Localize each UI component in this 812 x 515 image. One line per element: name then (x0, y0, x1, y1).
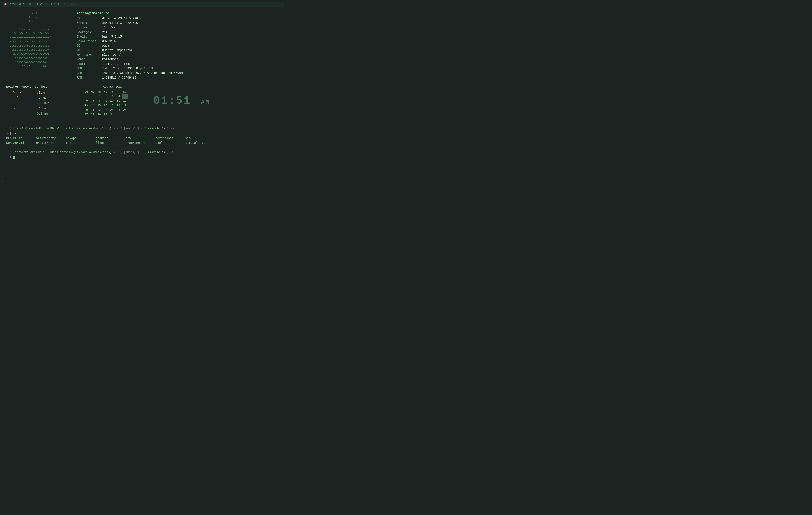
weather-temp: 17 °C (37, 96, 50, 101)
os-value: 64bit macOS 13.5 22G74 (102, 17, 142, 21)
prompt-paren-open-4: ( (144, 151, 146, 154)
cal-week-1: 1 2 3 4 5 (83, 94, 128, 99)
prompt-paren-open-3: ( (9, 151, 11, 154)
prompt-dollar-1: $ (9, 132, 13, 135)
cal-day: 8 (96, 99, 102, 103)
cal-day: 4 (115, 94, 121, 99)
neofetch-user: marslo@iMarsloPro (77, 11, 183, 16)
title-net-icon: 🖥 (29, 3, 31, 6)
prompt-paren-close-1: ) (113, 127, 115, 130)
prompt-dash-4: - (141, 151, 144, 154)
cal-day (83, 94, 89, 99)
prompt-line-1: ╭ ( (marslo@iMarsloPro ~/iMarslo/tools/g… (6, 127, 280, 131)
packages-value: 214 (102, 30, 108, 34)
cal-week-4: 20 21 22 23 24 25 26 (83, 108, 128, 112)
cal-day: 14 (89, 103, 96, 108)
clock-time: 01:51 (153, 94, 191, 107)
shell-label: Shell: (77, 34, 102, 39)
title-bar: ⏰ 8/05, 01:54 🖥 4.1 kB↓ | 2.1 kB↑ | -bas… (2, 2, 284, 7)
clock-period: AM (201, 99, 210, 105)
gpu-value: Intel UHD Graphics 630 / AMD Radeon Pro … (102, 71, 183, 75)
cal-today: 5 (121, 94, 128, 99)
info-wm: WM: Quartz Compositor (77, 48, 183, 53)
cal-day: 26 (121, 108, 128, 112)
cal-day: 31 (109, 112, 115, 117)
prompt-tag-2: [emacs] (124, 151, 136, 154)
cal-day: 3 (109, 94, 115, 99)
info-ram: RAM: 14398MiB / 32768MiB (77, 76, 183, 80)
cal-day (115, 112, 121, 117)
ram-label: RAM: (77, 76, 102, 80)
weather-content: \ / .-. ‒ ( ) ‒ `-' / \ Clear 17 °C ↙ 2 … (6, 90, 75, 116)
cal-header-su: Su (83, 90, 89, 94)
kernel-value: x86_64 Darwin 22.6.0 (102, 21, 138, 25)
uptime-value: 11h 15m (102, 25, 115, 30)
cal-day: 2 (103, 94, 109, 99)
cal-header-sa: Sa (121, 90, 128, 94)
info-os: OS: 64bit macOS 13.5 22G74 (77, 17, 183, 21)
info-cpu: CPU: Intel Core i9-9980HK @ 2.40GHz (77, 66, 183, 71)
cal-header-mo: Mo (89, 90, 96, 94)
de-label: DE: (77, 44, 102, 48)
title-sep2: | (64, 3, 65, 6)
cal-day: 9 (103, 99, 109, 103)
ls-item-readme: README.md (6, 136, 36, 141)
cal-day: 13 (83, 103, 89, 108)
calendar-block: August 2023 Su Mo Tu We Th Fr Sa 1 (83, 85, 143, 117)
disk-value: 1.1T / 2.1T (54%) (102, 62, 133, 66)
prompt-bracket-tag-open-2: [ (120, 151, 122, 154)
ls-item-virtualization: virtualization (185, 141, 215, 145)
shell-value: bash 5.2.15 (102, 34, 122, 39)
resolution-label: Resolution: (77, 39, 102, 43)
weather-condition: Clear (37, 90, 50, 96)
calendar-header-row: Su Mo Tu We Th Fr Sa (83, 90, 128, 94)
uptime-label: Uptime: (77, 25, 102, 30)
ls-item-jenkins: jenkins (96, 136, 125, 141)
ls-item-summary: SUMMARY.md (6, 141, 36, 145)
prompt-status-2: (marslo *) (148, 151, 165, 154)
packages-label: Packages: (77, 30, 102, 34)
ram-value: 14398MiB / 32768MiB (102, 76, 136, 80)
prompt-marker-2: › (6, 146, 280, 150)
info-resolution: Resolution: 3072x1920 (77, 39, 183, 43)
prompt-bracket-tag-open-1: [ (120, 127, 122, 130)
calendar-month: August 2023 (83, 85, 143, 89)
title-net-down: 4.1 kB↓ (34, 3, 44, 6)
prompt-tag-1: [emacs] (124, 127, 136, 130)
cal-header-we: We (103, 90, 109, 94)
prompt-corner-2: ╰ (6, 156, 9, 159)
cal-day: 1 (96, 94, 102, 99)
prompt-section[interactable]: › ╭ ( (marslo@iMarsloPro ~/iMarslo/tools… (2, 118, 284, 159)
info-uptime: Uptime: 11h 15m (77, 25, 183, 30)
info-disk: Disk: 1.1T / 2.1T (54%) (77, 62, 183, 66)
prompt-paren-close-3: ) (113, 151, 115, 154)
prompt-paren-open-1: ( (9, 127, 11, 130)
ls-item-cheatsheet: cheatsheet (36, 141, 66, 145)
cal-day: 6 (83, 99, 89, 103)
prompt-dollar-2: $ (9, 156, 13, 159)
info-packages: Packages: 214 (77, 30, 183, 34)
info-font: Font: ComicMono (77, 57, 183, 61)
disk-label: Disk: (77, 62, 102, 66)
kernel-label: Kernel: (77, 21, 102, 25)
prompt-paren-open-2: ( (144, 127, 146, 130)
cal-day: 23 (103, 108, 109, 112)
wm-label: WM: (77, 48, 102, 53)
weather-sun-ascii: \ / .-. ‒ ( ) ‒ `-' / \ (6, 90, 34, 112)
cal-day: 19 (121, 103, 128, 108)
ls-output: README.md artifactory devops jenkins osx… (6, 136, 280, 145)
cal-header-fr: Fr (115, 90, 121, 94)
wm-theme-value: Blue (Dark) (102, 53, 122, 57)
prompt-arrow-2: -> (170, 151, 174, 154)
gpu-label: GPU: (77, 71, 102, 75)
ls-item-linux: linux (96, 141, 125, 145)
cal-day: 18 (115, 103, 121, 108)
prompt-bracket-tag-close-1: ] (138, 127, 139, 130)
prompt-cursor-line[interactable]: ╰ $ (6, 155, 280, 159)
command-ls: ls (13, 132, 17, 135)
clock-block: 01:51 AM (153, 85, 210, 117)
os-label: OS: (77, 17, 102, 21)
cal-day: 12 (121, 99, 128, 103)
info-de: DE: Aqua (77, 44, 183, 48)
weather-details: Clear 17 °C ↙ 2 m/s 16 km 0.0 mm (37, 90, 50, 116)
